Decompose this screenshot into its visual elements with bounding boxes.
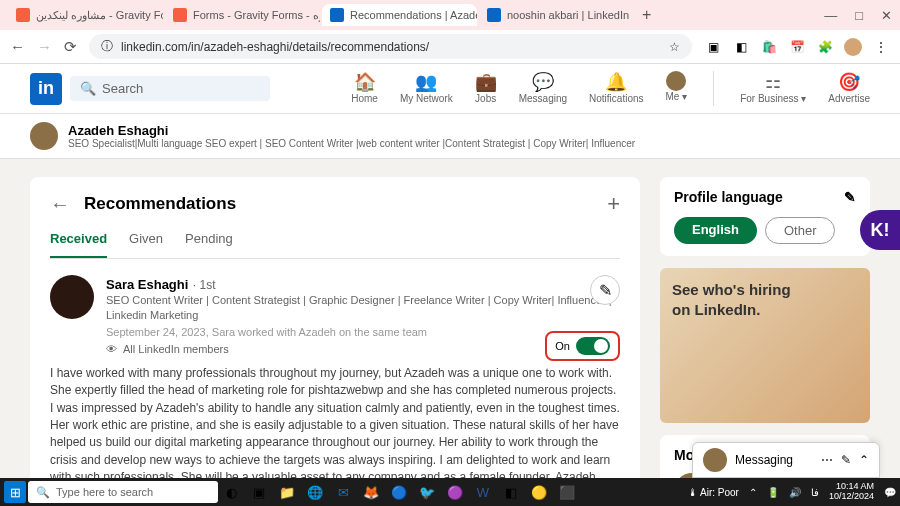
reload-button[interactable]: ⟳ [64, 38, 77, 56]
back-button[interactable]: ← [10, 38, 25, 55]
avatar-icon [666, 71, 686, 91]
lock-icon: ⓘ [101, 38, 113, 55]
tb-firefox[interactable]: 🦊 [360, 481, 382, 503]
tb-app[interactable]: 🟣 [444, 481, 466, 503]
url-input[interactable]: ⓘ linkedin.com/in/azadeh-eshaghi/details… [89, 34, 692, 59]
browser-tab-3[interactable]: nooshin akbari | LinkedIn✕ [479, 4, 634, 26]
recommendations-card: ← Recommendations + Received Given Pendi… [30, 177, 640, 506]
tray-chevron[interactable]: ⌃ [749, 487, 757, 498]
taskbar-search[interactable]: 🔍Type here to search [28, 481, 218, 503]
tb-app[interactable]: ▣ [248, 481, 270, 503]
back-arrow[interactable]: ← [50, 193, 70, 216]
messaging-icon: 💬 [532, 71, 554, 93]
tb-app[interactable]: ◧ [500, 481, 522, 503]
tray-lang[interactable]: فا [811, 487, 819, 498]
new-tab-button[interactable]: + [642, 6, 651, 24]
weather-widget[interactable]: 🌡 Air: Poor [688, 487, 739, 498]
extension-icons: ▣ ◧ 🛍️ 📅 🧩 ⋮ [704, 38, 890, 56]
notification-icon[interactable]: 💬 [884, 487, 896, 498]
nav-notifications[interactable]: 🔔Notifications [589, 71, 643, 106]
chevron-up-icon[interactable]: ⌃ [859, 453, 869, 467]
star-icon[interactable]: ☆ [669, 40, 680, 54]
browser-tab-0[interactable]: مشاوره لینکدین - Gravity Forms✕ [8, 4, 163, 26]
linkedin-logo[interactable]: in [30, 73, 62, 105]
account-avatar[interactable] [844, 38, 862, 56]
tray-icon[interactable]: 🔋 [767, 487, 779, 498]
tb-mail[interactable]: ✉ [332, 481, 354, 503]
browser-tab-2[interactable]: Recommendations | Azadeh Es✕ [322, 4, 477, 26]
browser-tab-1[interactable]: Forms - Gravity Forms - گروه✕ [165, 4, 320, 26]
linkedin-navbar: in 🔍 Search 🏠Home 👥My Network 💼Jobs 💬Mes… [0, 64, 900, 114]
profile-name[interactable]: Azadeh Eshaghi [68, 123, 635, 138]
nav-separator [713, 71, 714, 106]
edit-icon[interactable]: ✎ [844, 189, 856, 205]
edit-button[interactable]: ✎ [590, 275, 620, 305]
nav-business[interactable]: ⚏For Business ▾ [740, 71, 806, 106]
ext-icon[interactable]: ▣ [704, 38, 722, 56]
lang-english[interactable]: English [674, 217, 757, 244]
tab-label: Forms - Gravity Forms - گروه [193, 9, 320, 22]
tb-app[interactable]: 🔵 [388, 481, 410, 503]
lang-other[interactable]: Other [765, 217, 836, 244]
toggle-switch[interactable] [576, 337, 610, 355]
browser-menu[interactable]: ⋮ [872, 38, 890, 56]
nav-advertise[interactable]: 🎯Advertise [828, 71, 870, 106]
search-input[interactable]: 🔍 Search [70, 76, 270, 101]
tb-app[interactable]: 🐦 [416, 481, 438, 503]
nav-network[interactable]: 👥My Network [400, 71, 453, 106]
forward-button[interactable]: → [37, 38, 52, 55]
browser-tab-bar: مشاوره لینکدین - Gravity Forms✕ Forms - … [0, 0, 900, 30]
avatar-icon [703, 448, 727, 472]
tray-icon[interactable]: 🔊 [789, 487, 801, 498]
network-icon: 👥 [415, 71, 437, 93]
maximize-button[interactable]: □ [855, 8, 863, 23]
tab-received[interactable]: Received [50, 231, 107, 258]
toggle-label: On [555, 340, 570, 352]
start-button[interactable]: ⊞ [4, 481, 26, 503]
taskbar-clock[interactable]: 10:14 AM10/12/2024 [829, 482, 874, 502]
tb-word[interactable]: W [472, 481, 494, 503]
url-text: linkedin.com/in/azadeh-eshaghi/details/r… [121, 40, 429, 54]
nav-messaging[interactable]: 💬Messaging [519, 71, 567, 106]
search-icon: 🔍 [36, 486, 50, 499]
tab-pending[interactable]: Pending [185, 231, 233, 258]
ext-icon[interactable]: 📅 [788, 38, 806, 56]
search-placeholder: Search [102, 81, 143, 96]
add-button[interactable]: + [607, 191, 620, 217]
page-title: Recommendations [84, 194, 236, 214]
rec-tabs: Received Given Pending [50, 231, 620, 259]
puzzle-icon[interactable]: 🧩 [816, 38, 834, 56]
messaging-bar[interactable]: Messaging ⋯ ✎ ⌃ [692, 442, 880, 478]
rec-name[interactable]: Sara Eshaghi [106, 277, 188, 292]
profile-language-card: Profile language✎ English Other [660, 177, 870, 256]
tab-given[interactable]: Given [129, 231, 163, 258]
rec-date: September 24, 2023, Sara worked with Aza… [106, 326, 620, 338]
profile-headline: SEO Specialist|Multi language SEO expert… [68, 138, 635, 149]
nav-jobs[interactable]: 💼Jobs [475, 71, 497, 106]
more-icon[interactable]: ⋯ [821, 453, 833, 467]
rec-avatar[interactable] [50, 275, 94, 319]
eye-icon: 👁 [106, 343, 117, 355]
rec-degree: · 1st [193, 278, 216, 292]
rec-role: SEO Content Writer | Content Strategist … [106, 293, 620, 324]
tb-app[interactable]: ◐ [220, 481, 242, 503]
home-icon: 🏠 [354, 71, 376, 93]
ext-icon[interactable]: ◧ [732, 38, 750, 56]
tb-edge[interactable]: 🌐 [304, 481, 326, 503]
compose-icon[interactable]: ✎ [841, 453, 851, 467]
nav-me[interactable]: Me ▾ [666, 71, 688, 106]
tb-chrome[interactable]: 🟡 [528, 481, 550, 503]
close-window-button[interactable]: ✕ [881, 8, 892, 23]
kahoot-widget[interactable]: K! [860, 210, 900, 250]
tb-app[interactable]: ⬛ [556, 481, 578, 503]
tab-label: مشاوره لینکدین - Gravity Forms [36, 9, 163, 22]
ext-icon[interactable]: 🛍️ [760, 38, 778, 56]
minimize-button[interactable]: — [824, 8, 837, 23]
hiring-promo[interactable]: See who's hiringon LinkedIn. [660, 268, 870, 423]
profile-avatar[interactable] [30, 122, 58, 150]
tab-label: Recommendations | Azadeh Es [350, 9, 477, 21]
tb-explorer[interactable]: 📁 [276, 481, 298, 503]
rec-visibility: 👁All LinkedIn members [106, 343, 620, 355]
nav-home[interactable]: 🏠Home [351, 71, 378, 106]
hiring-line1: See who's hiring [672, 281, 791, 298]
